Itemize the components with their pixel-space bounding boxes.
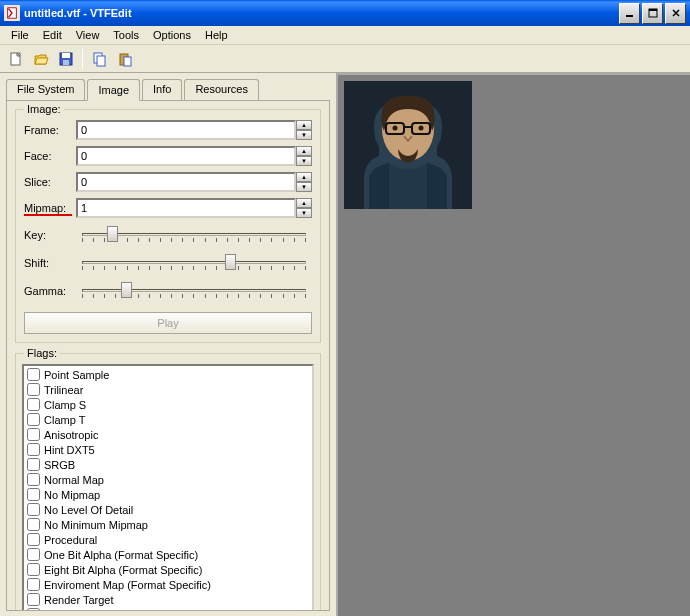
flag-checkbox[interactable] [27,368,40,381]
svg-point-17 [419,126,424,131]
minimize-button[interactable] [619,3,640,24]
flag-checkbox[interactable] [27,578,40,591]
tab-file-system[interactable]: File System [6,79,85,100]
menu-file[interactable]: File [4,27,36,43]
menu-options[interactable]: Options [146,27,198,43]
flag-checkbox[interactable] [27,518,40,531]
flag-item[interactable]: No Minimum Mipmap [25,517,311,532]
flag-label: Depth Render Target [44,609,146,612]
menu-help[interactable]: Help [198,27,235,43]
flag-label: Anisotropic [44,429,98,441]
flag-checkbox[interactable] [27,488,40,501]
slice-up[interactable]: ▲ [296,172,312,182]
flag-label: Procedural [44,534,97,546]
flag-checkbox[interactable] [27,548,40,561]
flag-checkbox[interactable] [27,608,40,611]
flag-label: Clamp S [44,399,86,411]
frame-down[interactable]: ▼ [296,130,312,140]
image-group: Image: Frame: ▲▼ Face: ▲▼ Sl [15,109,321,343]
image-group-legend: Image: [24,103,64,115]
maximize-button[interactable] [642,3,663,24]
gamma-row: Gamma: [24,280,312,302]
tab-info[interactable]: Info [142,79,182,100]
gamma-slider[interactable] [76,280,312,302]
gamma-label: Gamma: [24,285,76,297]
flag-checkbox[interactable] [27,473,40,486]
slice-input[interactable] [76,172,296,192]
play-button[interactable]: Play [24,312,312,334]
flag-item[interactable]: Depth Render Target [25,607,311,611]
slice-down[interactable]: ▼ [296,182,312,192]
flag-item[interactable]: One Bit Alpha (Format Specific) [25,547,311,562]
flag-label: Eight Bit Alpha (Format Specific) [44,564,202,576]
texture-preview [344,81,472,209]
paste-button[interactable] [113,48,136,70]
flag-item[interactable]: Normal Map [25,472,311,487]
frame-up[interactable]: ▲ [296,120,312,130]
mipmap-up[interactable]: ▲ [296,198,312,208]
open-button[interactable] [29,48,52,70]
flag-checkbox[interactable] [27,383,40,396]
menu-edit[interactable]: Edit [36,27,69,43]
tab-image[interactable]: Image [87,79,140,101]
menu-tools[interactable]: Tools [106,27,146,43]
app-icon [4,5,20,21]
flag-checkbox[interactable] [27,563,40,576]
key-slider[interactable] [76,224,312,246]
flag-item[interactable]: Trilinear [25,382,311,397]
close-button[interactable] [665,3,686,24]
flag-checkbox[interactable] [27,443,40,456]
tab-resources[interactable]: Resources [184,79,259,100]
flag-item[interactable]: Point Sample [25,367,311,382]
flag-label: No Mipmap [44,489,100,501]
flag-label: One Bit Alpha (Format Specific) [44,549,198,561]
flag-item[interactable]: Clamp S [25,397,311,412]
svg-rect-2 [649,9,657,11]
frame-input[interactable] [76,120,296,140]
toolbar-separator [82,49,83,69]
face-down[interactable]: ▼ [296,156,312,166]
svg-point-16 [393,126,398,131]
flags-group-legend: Flags: [24,347,60,359]
flag-item[interactable]: Procedural [25,532,311,547]
shift-slider[interactable] [76,252,312,274]
flag-item[interactable]: Clamp T [25,412,311,427]
face-input[interactable] [76,146,296,166]
gamma-thumb[interactable] [121,282,132,298]
flag-checkbox[interactable] [27,593,40,606]
flag-checkbox[interactable] [27,533,40,546]
copy-button[interactable] [88,48,111,70]
key-thumb[interactable] [107,226,118,242]
flag-checkbox[interactable] [27,458,40,471]
svg-rect-10 [124,57,131,66]
flag-item[interactable]: No Level Of Detail [25,502,311,517]
flags-list[interactable]: Point SampleTrilinearClamp SClamp TAniso… [22,364,314,611]
mipmap-input[interactable] [76,198,296,218]
tabstrip: File System Image Info Resources [6,79,330,101]
flag-item[interactable]: Eight Bit Alpha (Format Specific) [25,562,311,577]
new-button[interactable] [4,48,27,70]
mipmap-down[interactable]: ▼ [296,208,312,218]
slice-label: Slice: [24,176,76,188]
flag-checkbox[interactable] [27,398,40,411]
toolbar [0,45,690,73]
flag-checkbox[interactable] [27,428,40,441]
save-button[interactable] [54,48,77,70]
tab-body: Image: Frame: ▲▼ Face: ▲▼ Sl [6,101,330,611]
flag-item[interactable]: Hint DXT5 [25,442,311,457]
flag-label: Normal Map [44,474,104,486]
flag-item[interactable]: No Mipmap [25,487,311,502]
face-up[interactable]: ▲ [296,146,312,156]
frame-row: Frame: ▲▼ [24,120,312,140]
left-panel: File System Image Info Resources Image: … [0,73,336,616]
shift-thumb[interactable] [225,254,236,270]
flag-checkbox[interactable] [27,503,40,516]
flag-item[interactable]: Render Target [25,592,311,607]
flag-checkbox[interactable] [27,413,40,426]
frame-label: Frame: [24,124,76,136]
flags-group: Flags: Point SampleTrilinearClamp SClamp… [15,353,321,611]
flag-item[interactable]: Enviroment Map (Format Specific) [25,577,311,592]
menu-view[interactable]: View [69,27,107,43]
flag-item[interactable]: SRGB [25,457,311,472]
flag-item[interactable]: Anisotropic [25,427,311,442]
